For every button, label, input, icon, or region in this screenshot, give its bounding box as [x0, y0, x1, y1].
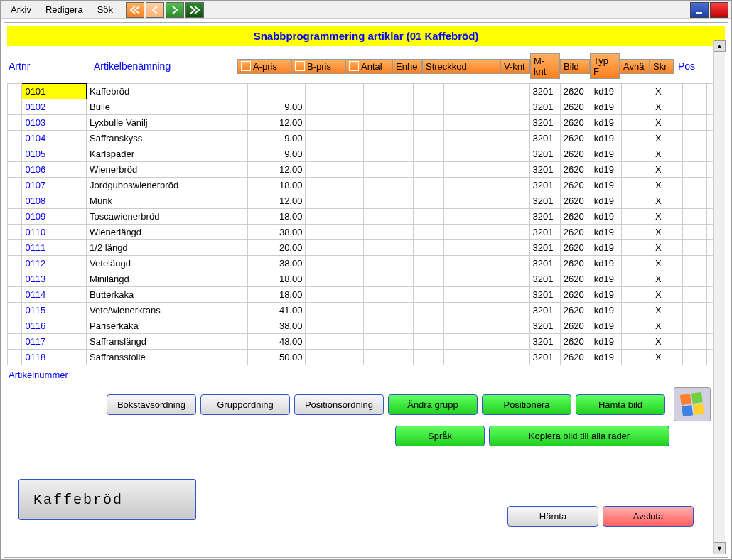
cell-art[interactable]: 0118	[22, 350, 87, 365]
cell-bild[interactable]: kd19	[591, 131, 621, 146]
cell-art[interactable]: 0109	[22, 209, 87, 225]
header-skr[interactable]: Skr	[650, 59, 674, 74]
cell-mknt[interactable]: 2620	[560, 303, 591, 318]
cell-avha[interactable]: X	[652, 84, 682, 99]
cell-avha[interactable]: X	[652, 350, 682, 365]
cell-avha[interactable]: X	[652, 209, 682, 225]
cell-apris[interactable]: 20.00	[247, 240, 306, 256]
cell-vknt[interactable]: 3201	[529, 84, 560, 99]
cell-streck[interactable]	[444, 256, 529, 271]
cell-apris[interactable]: 9.00	[247, 99, 306, 115]
cell-bild[interactable]: kd19	[591, 303, 621, 318]
cell-exp[interactable]	[8, 334, 22, 350]
cell-streck[interactable]	[444, 115, 529, 131]
cell-avha[interactable]: X	[652, 146, 682, 162]
cell-vknt[interactable]: 3201	[529, 209, 560, 225]
cell-skr[interactable]	[683, 131, 707, 146]
cell-avha[interactable]: X	[652, 287, 682, 303]
cell-bpris[interactable]	[306, 256, 364, 271]
cell-enh[interactable]	[414, 178, 444, 193]
sprak-button[interactable]: Språk	[395, 426, 485, 446]
cell-bpris[interactable]	[306, 131, 364, 146]
cell-typf[interactable]	[621, 271, 652, 287]
cell-vknt[interactable]: 3201	[529, 256, 560, 271]
cell-name[interactable]: Karlspader	[87, 146, 248, 162]
cell-name[interactable]: 1/2 längd	[87, 240, 248, 256]
cell-mknt[interactable]: 2620	[560, 209, 591, 225]
cell-mknt[interactable]: 2620	[560, 240, 591, 256]
cell-antal[interactable]	[364, 193, 414, 209]
cell-avha[interactable]: X	[652, 178, 682, 193]
cell-art[interactable]: 0108	[22, 193, 87, 209]
cell-apris[interactable]: 38.00	[247, 225, 306, 240]
cell-name[interactable]: Saffranslängd	[87, 334, 248, 350]
header-typf[interactable]: Typ F	[590, 53, 620, 79]
hamta-button[interactable]: Hämta	[507, 506, 598, 527]
cell-antal[interactable]	[364, 115, 414, 131]
cell-apris[interactable]: 18.00	[247, 178, 306, 193]
cell-typf[interactable]	[621, 256, 652, 271]
cell-art[interactable]: 0101	[22, 84, 87, 99]
cell-art[interactable]: 0112	[22, 256, 87, 271]
scroll-down-icon[interactable]: ▼	[714, 542, 726, 554]
cell-exp[interactable]	[8, 225, 22, 240]
cell-typf[interactable]	[621, 146, 652, 162]
cell-enh[interactable]	[414, 350, 444, 365]
cell-enh[interactable]	[414, 303, 444, 318]
cell-name[interactable]: Lyxbulle Vanilj	[87, 115, 248, 131]
avsluta-button[interactable]: Avsluta	[603, 506, 694, 527]
cell-bpris[interactable]	[306, 287, 364, 303]
cell-name[interactable]: Jordgubbswienerbröd	[87, 178, 248, 193]
cell-antal[interactable]	[364, 240, 414, 256]
windows-logo-button[interactable]	[674, 387, 711, 421]
table-row[interactable]: 0118Saffransstolle50.0032012620kd19X	[8, 350, 725, 365]
cell-bild[interactable]: kd19	[591, 84, 621, 99]
cell-exp[interactable]	[8, 256, 22, 271]
cell-apris[interactable]: 9.00	[247, 146, 306, 162]
table-row[interactable]: 0110Wienerlängd38.0032012620kd19X	[8, 225, 725, 240]
nav-next-icon[interactable]	[166, 2, 184, 18]
gruppordning-button[interactable]: Gruppordning	[200, 394, 290, 415]
cell-antal[interactable]	[364, 209, 414, 225]
cell-exp[interactable]	[8, 162, 22, 178]
cell-name[interactable]: Vete/wienerkrans	[87, 303, 248, 318]
cell-typf[interactable]	[621, 115, 652, 131]
cell-typf[interactable]	[621, 334, 652, 350]
positionsordning-button[interactable]: Positionsordning	[294, 394, 384, 415]
cell-apris[interactable]: 18.00	[247, 209, 306, 225]
cell-bild[interactable]: kd19	[591, 146, 621, 162]
header-mknt[interactable]: M-knt	[530, 53, 560, 79]
cell-bpris[interactable]	[306, 350, 364, 365]
table-row[interactable]: 0114Butterkaka18.0032012620kd19X	[8, 287, 725, 303]
cell-art[interactable]: 0113	[22, 271, 87, 287]
cell-apris[interactable]: 18.00	[247, 271, 306, 287]
cell-enh[interactable]	[414, 162, 444, 178]
table-row[interactable]: 0101Kaffebröd32012620kd19X	[8, 84, 725, 99]
cell-bpris[interactable]	[306, 84, 364, 99]
cell-streck[interactable]	[444, 99, 529, 115]
cell-bild[interactable]: kd19	[591, 350, 621, 365]
cell-art[interactable]: 0116	[22, 318, 87, 334]
cell-antal[interactable]	[364, 178, 414, 193]
cell-avha[interactable]: X	[652, 131, 682, 146]
cell-exp[interactable]	[8, 271, 22, 287]
cell-antal[interactable]	[364, 256, 414, 271]
cell-enh[interactable]	[414, 225, 444, 240]
cell-streck[interactable]	[444, 225, 529, 240]
cell-mknt[interactable]: 2620	[560, 318, 591, 334]
cell-bpris[interactable]	[306, 193, 364, 209]
cell-skr[interactable]	[683, 178, 707, 193]
cell-apris[interactable]: 18.00	[247, 287, 306, 303]
cell-avha[interactable]: X	[652, 334, 682, 350]
cell-typf[interactable]	[621, 287, 652, 303]
header-apris[interactable]: A-pris	[237, 59, 291, 74]
cell-antal[interactable]	[364, 350, 414, 365]
cell-bild[interactable]: kd19	[591, 240, 621, 256]
cell-skr[interactable]	[683, 271, 707, 287]
cell-bpris[interactable]	[306, 225, 364, 240]
cell-name[interactable]: Munk	[87, 193, 248, 209]
andra-grupp-button[interactable]: Ändra grupp	[388, 394, 478, 415]
cell-enh[interactable]	[414, 146, 444, 162]
cell-streck[interactable]	[444, 271, 529, 287]
table-row[interactable]: 0115Vete/wienerkrans41.0032012620kd19X	[8, 303, 725, 318]
